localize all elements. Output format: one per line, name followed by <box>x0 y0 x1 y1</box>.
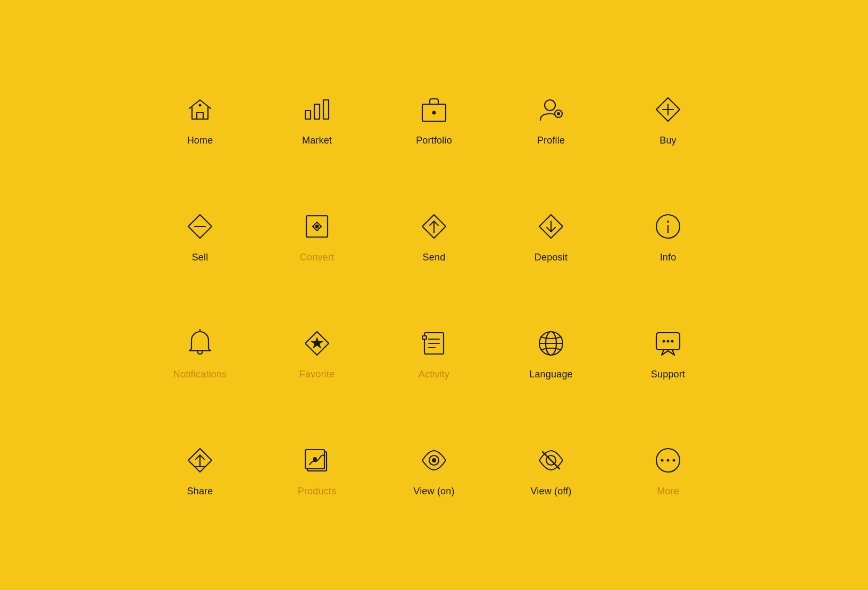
sell-label: Sell <box>192 252 208 263</box>
more-item[interactable]: More <box>610 412 727 529</box>
language-item[interactable]: Language <box>493 295 610 412</box>
svg-point-14 <box>315 224 319 228</box>
support-icon <box>652 327 684 359</box>
svg-point-31 <box>663 340 665 342</box>
deposit-icon <box>535 210 567 242</box>
svg-rect-0 <box>197 113 203 119</box>
svg-point-33 <box>671 340 674 342</box>
buy-icon <box>652 94 684 125</box>
svg-point-44 <box>661 459 664 461</box>
svg-point-19 <box>667 221 669 223</box>
svg-rect-26 <box>422 336 427 339</box>
view-on-item[interactable]: View (on) <box>375 412 493 529</box>
send-icon <box>418 210 450 242</box>
deposit-item[interactable]: Deposit <box>493 178 610 295</box>
more-icon <box>652 444 684 476</box>
svg-line-42 <box>542 452 560 469</box>
svg-point-46 <box>673 459 675 461</box>
notifications-label: Notifications <box>173 369 227 380</box>
home-icon <box>184 94 216 125</box>
portfolio-icon <box>418 94 450 125</box>
buy-item[interactable]: Buy <box>610 61 727 178</box>
send-label: Send <box>423 252 446 263</box>
svg-point-7 <box>545 100 555 111</box>
convert-icon <box>301 210 333 242</box>
buy-label: Buy <box>660 135 677 146</box>
svg-point-9 <box>557 112 560 115</box>
activity-icon <box>418 327 450 359</box>
portfolio-label: Portfolio <box>416 135 452 146</box>
share-icon <box>184 444 216 476</box>
share-label: Share <box>187 486 213 497</box>
svg-point-45 <box>667 459 670 461</box>
view-off-item[interactable]: View (off) <box>493 412 610 529</box>
share-item[interactable]: Share <box>141 412 258 529</box>
activity-label: Activity <box>419 369 449 380</box>
products-item[interactable]: Products <box>258 412 375 529</box>
products-label: Products <box>298 486 336 497</box>
info-icon <box>652 210 684 242</box>
svg-rect-4 <box>323 100 329 119</box>
view-off-label: View (off) <box>530 486 571 497</box>
view-off-icon <box>535 444 567 476</box>
notifications-item[interactable]: Notifications <box>141 295 258 412</box>
view-on-label: View (on) <box>413 486 454 497</box>
home-item[interactable]: Home <box>141 61 258 178</box>
support-item[interactable]: Support <box>610 295 727 412</box>
portfolio-item[interactable]: Portfolio <box>375 61 493 178</box>
market-item[interactable]: Market <box>258 61 375 178</box>
svg-point-1 <box>199 104 202 106</box>
convert-item[interactable]: Convert <box>258 178 375 295</box>
profile-item[interactable]: Profile <box>493 61 610 178</box>
svg-rect-2 <box>305 111 311 119</box>
view-on-icon <box>418 444 450 476</box>
info-label: Info <box>660 252 677 263</box>
svg-marker-21 <box>311 337 323 349</box>
svg-point-6 <box>432 111 436 114</box>
sell-icon <box>184 210 216 242</box>
language-label: Language <box>529 369 573 380</box>
profile-label: Profile <box>537 135 565 146</box>
svg-point-32 <box>667 340 670 342</box>
favorite-icon <box>301 327 333 359</box>
info-item[interactable]: Info <box>610 178 727 295</box>
market-label: Market <box>302 135 332 146</box>
convert-label: Convert <box>300 252 334 263</box>
activity-item[interactable]: Activity <box>375 295 493 412</box>
icon-grid: Home Market Portfolio Profile <box>141 61 727 529</box>
svg-rect-3 <box>314 104 320 119</box>
home-label: Home <box>187 135 213 146</box>
send-item[interactable]: Send <box>375 178 493 295</box>
favorite-label: Favorite <box>299 369 335 380</box>
language-icon <box>535 327 567 359</box>
favorite-item[interactable]: Favorite <box>258 295 375 412</box>
sell-item[interactable]: Sell <box>141 178 258 295</box>
profile-icon <box>535 94 567 125</box>
notifications-icon <box>184 327 216 359</box>
market-icon <box>301 94 333 125</box>
support-label: Support <box>651 369 685 380</box>
svg-point-40 <box>432 458 436 462</box>
deposit-label: Deposit <box>535 252 567 263</box>
more-label: More <box>657 486 679 497</box>
products-icon <box>301 444 333 476</box>
